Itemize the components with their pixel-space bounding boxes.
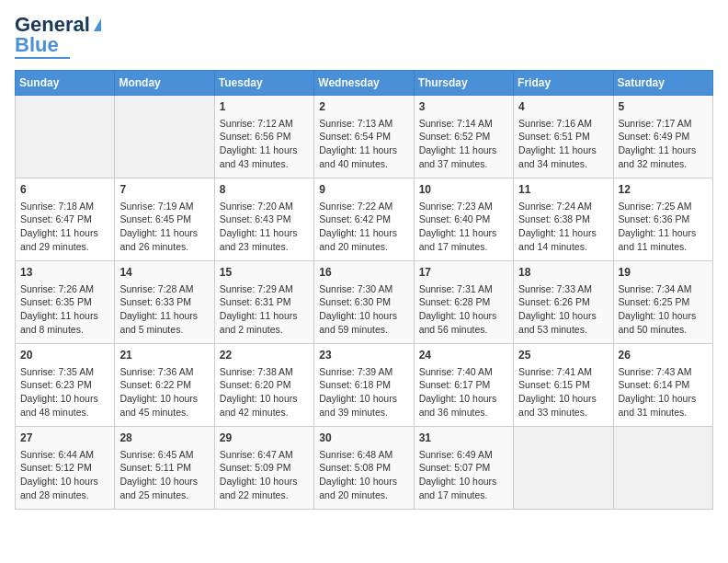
calendar-header-row: SundayMondayTuesdayWednesdayThursdayFrid… [16,71,713,96]
day-number: 15 [220,265,309,281]
day-info-line: Daylight: 11 hours and 20 minutes. [319,226,408,253]
calendar-cell [613,427,712,510]
day-info-line: Daylight: 10 hours and 53 minutes. [518,309,608,336]
calendar-cell: 9Sunrise: 7:22 AMSunset: 6:42 PMDaylight… [314,178,414,261]
day-info-line: Daylight: 11 hours and 43 minutes. [220,144,309,170]
day-info-line: Daylight: 11 hours and 37 minutes. [419,144,508,170]
calendar-cell: 29Sunrise: 6:47 AMSunset: 5:09 PMDayligh… [214,427,313,510]
day-info-line: Sunset: 6:38 PM [518,213,608,226]
logo-text-general: General [15,15,90,35]
day-info-line: Sunset: 6:15 PM [518,378,608,392]
day-info-line: Sunset: 6:14 PM [619,378,708,392]
day-info-line: Daylight: 10 hours and 59 minutes. [319,309,408,336]
day-info-line: Sunset: 5:08 PM [319,461,408,475]
calendar-cell: 17Sunrise: 7:31 AMSunset: 6:28 PMDayligh… [414,261,513,344]
day-number: 26 [619,348,708,363]
day-number: 31 [419,431,508,446]
day-info-line: Daylight: 11 hours and 17 minutes. [419,226,508,253]
day-info-line: Sunset: 6:33 PM [119,295,209,309]
calendar-header-saturday: Saturday [613,71,712,96]
day-info-line: Sunrise: 7:40 AM [419,365,508,379]
day-info-line: Daylight: 10 hours and 48 minutes. [20,392,109,419]
day-info-line: Daylight: 11 hours and 2 minutes. [220,309,309,336]
day-number: 11 [518,182,608,198]
day-info-line: Sunrise: 7:38 AM [220,365,309,379]
day-number: 18 [518,265,608,281]
day-info-line: Sunset: 6:31 PM [220,295,309,309]
day-info-line: Daylight: 10 hours and 50 minutes. [619,309,708,336]
day-number: 28 [119,431,209,446]
day-info-line: Sunset: 6:30 PM [319,295,408,309]
day-info-line: Sunrise: 7:28 AM [119,282,209,296]
day-number: 23 [319,348,408,363]
day-info-line: Sunrise: 7:43 AM [619,365,708,379]
calendar-week-row: 27Sunrise: 6:44 AMSunset: 5:12 PMDayligh… [16,427,713,510]
day-number: 4 [518,99,608,115]
day-number: 27 [20,431,109,446]
day-info-line: Sunrise: 7:31 AM [419,282,508,296]
day-number: 19 [619,265,708,281]
day-info-line: Sunset: 6:18 PM [319,378,408,392]
calendar-cell: 3Sunrise: 7:14 AMSunset: 6:52 PMDaylight… [414,96,513,178]
calendar-cell [16,96,115,178]
day-info-line: Sunset: 6:22 PM [119,378,209,392]
day-info-line: Daylight: 11 hours and 40 minutes. [319,144,408,170]
calendar-header-tuesday: Tuesday [214,71,313,96]
calendar-cell [514,427,613,510]
day-info-line: Sunrise: 7:17 AM [619,117,708,131]
calendar-cell: 12Sunrise: 7:25 AMSunset: 6:36 PMDayligh… [613,178,712,261]
day-info-line: Sunset: 6:28 PM [419,295,508,309]
day-info-line: Sunrise: 6:47 AM [220,448,309,462]
day-info-line: Daylight: 11 hours and 5 minutes. [119,309,209,336]
calendar-cell: 30Sunrise: 6:48 AMSunset: 5:08 PMDayligh… [314,427,414,510]
day-info-line: Daylight: 11 hours and 23 minutes. [220,226,309,253]
day-info-line: Daylight: 10 hours and 36 minutes. [419,392,508,419]
day-info-line: Daylight: 10 hours and 42 minutes. [220,392,309,419]
day-info-line: Daylight: 10 hours and 20 minutes. [319,475,408,501]
day-info-line: Sunset: 6:42 PM [319,213,408,226]
day-info-line: Daylight: 10 hours and 33 minutes. [518,392,608,419]
day-number: 16 [319,265,408,281]
day-info-line: Sunset: 6:45 PM [119,213,209,226]
day-info-line: Sunrise: 7:24 AM [518,200,608,213]
day-info-line: Sunrise: 7:19 AM [119,200,209,213]
calendar-header-friday: Friday [514,71,613,96]
day-info-line: Daylight: 11 hours and 11 minutes. [619,226,708,253]
day-info-line: Sunrise: 6:49 AM [419,448,508,462]
calendar-header-monday: Monday [115,71,214,96]
day-info-line: Sunrise: 7:26 AM [20,282,109,296]
calendar-cell: 24Sunrise: 7:40 AMSunset: 6:17 PMDayligh… [414,344,513,427]
calendar-cell: 4Sunrise: 7:16 AMSunset: 6:51 PMDaylight… [514,96,613,178]
day-info-line: Sunrise: 6:45 AM [119,448,209,462]
logo-line [15,57,70,59]
calendar-cell: 28Sunrise: 6:45 AMSunset: 5:11 PMDayligh… [115,427,214,510]
day-number: 20 [20,348,109,363]
day-info-line: Sunrise: 7:30 AM [319,282,408,296]
day-number: 6 [20,182,109,198]
day-info-line: Daylight: 10 hours and 39 minutes. [319,392,408,419]
calendar-cell: 25Sunrise: 7:41 AMSunset: 6:15 PMDayligh… [514,344,613,427]
day-info-line: Sunset: 6:40 PM [419,213,508,226]
day-info-line: Sunrise: 7:14 AM [419,117,508,131]
day-number: 8 [220,182,309,198]
day-info-line: Daylight: 11 hours and 26 minutes. [119,226,209,253]
calendar-header-sunday: Sunday [16,71,115,96]
day-info-line: Sunrise: 7:35 AM [20,365,109,379]
day-number: 2 [319,99,408,115]
day-info-line: Sunset: 6:51 PM [518,130,608,144]
day-info-line: Daylight: 11 hours and 34 minutes. [518,144,608,170]
day-info-line: Sunset: 6:20 PM [220,378,309,392]
day-number: 14 [119,265,209,281]
day-info-line: Sunset: 6:35 PM [20,295,109,309]
calendar-cell: 13Sunrise: 7:26 AMSunset: 6:35 PMDayligh… [16,261,115,344]
day-info-line: Sunrise: 7:18 AM [20,200,109,213]
day-info-line: Sunrise: 7:12 AM [220,117,309,131]
logo-icon [94,18,101,31]
day-info-line: Daylight: 10 hours and 56 minutes. [419,309,508,336]
day-number: 1 [220,99,309,115]
day-info-line: Sunset: 6:43 PM [220,213,309,226]
calendar-cell: 5Sunrise: 7:17 AMSunset: 6:49 PMDaylight… [613,96,712,178]
day-number: 30 [319,431,408,446]
calendar-cell [115,96,214,178]
calendar-cell: 1Sunrise: 7:12 AMSunset: 6:56 PMDaylight… [214,96,313,178]
